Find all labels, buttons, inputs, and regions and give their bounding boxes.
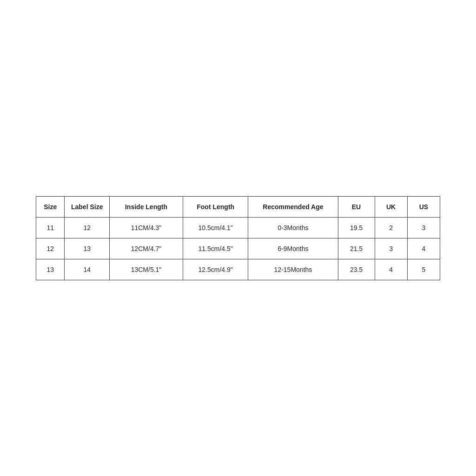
table-row: 121312CM/4.7"11.5cm/4.5"6-9Months21.534 bbox=[36, 238, 440, 259]
cell-us: 4 bbox=[407, 238, 440, 259]
cell-eu: 23.5 bbox=[338, 259, 375, 280]
cell-recommended-age: 6-9Months bbox=[248, 238, 338, 259]
header-inside-length: Inside Length bbox=[109, 196, 183, 217]
table-row: 111211CM/4.3"10.5cm/4.1"0-3Months19.523 bbox=[36, 217, 440, 238]
size-chart-table: Size Label Size Inside Length Foot Lengt… bbox=[36, 196, 440, 280]
cell-label-size: 14 bbox=[65, 259, 110, 280]
cell-us: 5 bbox=[407, 259, 440, 280]
table-header-row: Size Label Size Inside Length Foot Lengt… bbox=[36, 196, 440, 217]
cell-size: 11 bbox=[36, 217, 65, 238]
header-recommended-age: Recommended Age bbox=[248, 196, 338, 217]
cell-us: 3 bbox=[407, 217, 440, 238]
table-row: 131413CM/5.1"12.5cm/4.9"12-15Months23.54… bbox=[36, 259, 440, 280]
cell-recommended-age: 12-15Months bbox=[248, 259, 338, 280]
cell-foot-length: 12.5cm/4.9" bbox=[183, 259, 248, 280]
header-size: Size bbox=[36, 196, 65, 217]
cell-uk: 3 bbox=[375, 238, 407, 259]
header-us: US bbox=[407, 196, 440, 217]
cell-label-size: 12 bbox=[65, 217, 110, 238]
cell-foot-length: 10.5cm/4.1" bbox=[183, 217, 248, 238]
size-chart-container: Size Label Size Inside Length Foot Lengt… bbox=[36, 196, 440, 280]
cell-label-size: 13 bbox=[65, 238, 110, 259]
header-foot-length: Foot Length bbox=[183, 196, 248, 217]
header-eu: EU bbox=[338, 196, 375, 217]
cell-foot-length: 11.5cm/4.5" bbox=[183, 238, 248, 259]
cell-uk: 4 bbox=[375, 259, 407, 280]
cell-eu: 21.5 bbox=[338, 238, 375, 259]
cell-uk: 2 bbox=[375, 217, 407, 238]
cell-recommended-age: 0-3Months bbox=[248, 217, 338, 238]
cell-inside-length: 13CM/5.1" bbox=[109, 259, 183, 280]
cell-eu: 19.5 bbox=[338, 217, 375, 238]
cell-size: 12 bbox=[36, 238, 65, 259]
header-label-size: Label Size bbox=[65, 196, 110, 217]
header-uk: UK bbox=[375, 196, 407, 217]
cell-inside-length: 11CM/4.3" bbox=[109, 217, 183, 238]
cell-inside-length: 12CM/4.7" bbox=[109, 238, 183, 259]
cell-size: 13 bbox=[36, 259, 65, 280]
